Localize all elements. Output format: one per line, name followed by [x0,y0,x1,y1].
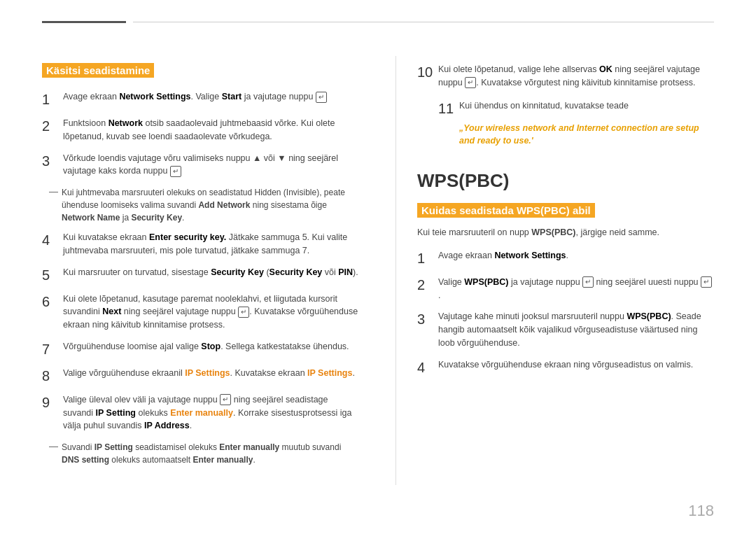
list-item: 2 Funktsioon Network otsib saadaolevaid … [42,117,360,143]
page: Käsitsi seadistamine 1 Avage ekraan Netw… [0,0,756,534]
step-number: 8 [42,367,63,385]
page-number: 118 [688,502,714,520]
wps-step-list: 1 Avage ekraan Network Settings. 2 Valig… [417,249,714,377]
step-content: Valige üleval olev väli ja vajutage nupp… [63,393,360,433]
content-grid: Käsitsi seadistamine 1 Avage ekraan Netw… [42,56,714,485]
icon-btn: ↵ [465,77,476,88]
step-content: Valige WPS(PBC) ja vajutage nuppu ↵ ning… [438,276,714,302]
step-11: 11 Kui ühendus on kinnitatud, kuvatakse … [417,99,714,158]
top-line-short [42,21,126,23]
step-number: 4 [417,358,438,377]
step-number: 3 [42,152,63,170]
wps-subtitle: Kuidas seadistada WPS(PBC) abil [417,203,595,218]
icon-btn: ↵ [170,166,181,177]
step-number: 10 [417,63,438,81]
list-item: 1 Avage ekraan Network Settings. [417,249,714,267]
list-item: 7 Võrguühenduse loomise ajal valige Stop… [42,340,360,358]
step-content: Valige võrguühenduse ekraanil IP Setting… [63,367,360,380]
step-number: 1 [417,249,438,267]
step-content: Võrkude loendis vajutage võru valimiseks… [63,152,360,178]
step-number: 2 [42,117,63,135]
icon-btn: ↵ [701,276,712,288]
list-item: 4 Kuvatakse võrguühenduse ekraan ning võ… [417,358,714,377]
orange-text: IP Settings [185,368,230,378]
note-content: Kui juhtmevaba marsruuteri olekuks on se… [62,186,360,224]
list-item: 5 Kui marsruuter on turvatud, sisestage … [42,266,360,284]
list-item: 8 Valige võrguühenduse ekraanil IP Setti… [42,367,360,385]
note-dash: — [49,186,59,197]
step-number: 4 [42,231,63,249]
step-number: 7 [42,340,63,358]
list-item: 9 Valige üleval olev väli ja vajutage nu… [42,393,360,433]
wps-intro: Kui teie marsruuteril on nupp WPS(PBC), … [417,226,714,239]
left-column: Käsitsi seadistamine 1 Avage ekraan Netw… [42,56,360,485]
step-10: 10 Kui olete lõpetanud, valige lehe alls… [417,63,714,90]
icon-btn: ↵ [582,276,594,288]
left-section-title: Käsitsi seadistamine [42,63,154,78]
orange-text: Enter manually [170,408,233,418]
list-item: — Suvandi IP Setting seadistamisel oleku… [42,441,360,466]
icon-btn: ↵ [220,394,231,405]
icon-btn: ↵ [238,307,249,318]
step-number: 6 [42,293,63,311]
step-content: Võrguühenduse loomise ajal valige Stop. … [63,340,360,353]
icon-btn: ↵ [316,92,327,103]
step-number: 3 [417,310,438,328]
list-item: 3 Võrkude loendis vajutage võru valimise… [42,152,360,178]
step-number: 1 [42,90,63,108]
orange-text: IP Settings [307,368,352,378]
step-content: Kuvatakse võrguühenduse ekraan ning võrg… [438,358,714,372]
step-content: Avage ekraan Network Settings. [438,249,714,262]
list-item: 6 Kui olete lõpetanud, kasutage paremat … [42,293,360,332]
top-decorative-lines [42,21,714,23]
top-line-long [133,22,714,22]
step-number: 9 [42,393,63,412]
list-item: 1 Avage ekraan Network Settings. Valige … [42,90,360,108]
step-content: Funktsioon Network otsib saadaolevaid ju… [63,117,360,143]
quoted-text: „Your wireless network and Internet conn… [438,122,714,148]
note-dash: — [49,441,59,451]
step-list: 1 Avage ekraan Network Settings. Valige … [42,90,360,466]
note-content: Suvandi IP Setting seadistamisel olekuks… [62,441,360,466]
step-content: Kui olete lõpetanud, valige lehe allserv… [438,63,714,90]
right-column: 10 Kui olete lõpetanud, valige lehe alls… [396,56,714,485]
list-item: 3 Vajutage kahe minuti jooksul marsruute… [417,310,714,349]
step-content: Kui olete lõpetanud, kasutage paremat no… [63,293,360,332]
step-number: 2 [417,276,438,294]
step-number: 5 [42,266,63,284]
list-item: — Kui juhtmevaba marsruuteri olekuks on … [42,186,360,224]
step-content: Kui ühendus on kinnitatud, kuvatakse tea… [459,99,629,118]
step-content: Kui kuvatakse ekraan Enter security key.… [63,231,360,258]
wps-title: WPS(PBC) [417,170,714,192]
step-content: Vajutage kahe minuti jooksul marsruuteri… [438,310,714,349]
list-item: 4 Kui kuvatakse ekraan Enter security ke… [42,231,360,258]
step-content: Avage ekraan Network Settings. Valige St… [63,90,360,104]
list-item: 2 Valige WPS(PBC) ja vajutage nuppu ↵ ni… [417,276,714,302]
step-number: 11 [438,99,459,118]
step-content: Kui marsruuter on turvatud, sisestage Se… [63,266,360,279]
